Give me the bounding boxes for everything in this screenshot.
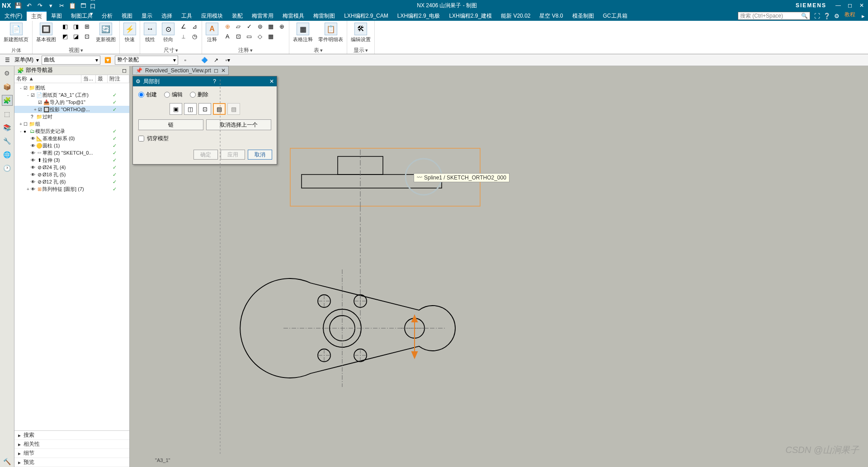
menu-item[interactable]: 主页 bbox=[27, 11, 47, 21]
annot-icon[interactable]: A bbox=[223, 32, 232, 41]
tree-row[interactable]: -☑📄图纸页 "A3_1" (工作)✓ bbox=[14, 91, 129, 99]
menu-item[interactable]: LXH编程2.9_CAM bbox=[340, 11, 392, 21]
new-sheet-button[interactable]: 📄新建图纸页 bbox=[3, 22, 29, 44]
window-icon[interactable]: 🗔 bbox=[79, 1, 87, 9]
menu-item[interactable]: 梅雷制图 bbox=[309, 11, 340, 21]
fullscreen-icon[interactable]: ⛶ bbox=[812, 11, 822, 21]
tree-row[interactable]: 👁📐基准坐标系 (0)✓ bbox=[14, 135, 129, 142]
annot-icon[interactable]: ▦ bbox=[266, 22, 275, 31]
snap-icon[interactable]: ↗ bbox=[212, 56, 221, 65]
undo-icon[interactable]: ↶ bbox=[25, 1, 33, 9]
annot-icon[interactable]: ⊕ bbox=[223, 22, 232, 31]
hammer-icon[interactable]: 🔨 bbox=[2, 456, 13, 467]
filter-select-2[interactable]: 整个装配▾ bbox=[115, 56, 178, 65]
dim-tool-icon[interactable]: ◷ bbox=[190, 32, 199, 41]
menu-icon[interactable]: ☰ bbox=[3, 56, 12, 65]
more-icon[interactable]: ▾ bbox=[47, 1, 55, 9]
linear-dim-button[interactable]: ↔线性 bbox=[143, 22, 157, 44]
menu-item[interactable]: 工具 bbox=[177, 11, 197, 21]
menu-item[interactable]: 梅雷模具 bbox=[278, 11, 309, 21]
menu-item[interactable]: 文件(F) bbox=[0, 11, 27, 21]
nav-section-detail[interactable]: ▸细节 bbox=[14, 449, 129, 458]
box-icon[interactable]: 📦 bbox=[2, 81, 13, 92]
tree-row[interactable]: -☑📁图纸 bbox=[14, 84, 129, 91]
annot-icon[interactable]: ▱ bbox=[234, 22, 243, 31]
tutorial-link[interactable]: 教程 bbox=[844, 11, 855, 21]
maximize-button[interactable]: ◻ bbox=[846, 2, 854, 9]
tree-row[interactable]: ?📁过时 bbox=[14, 113, 129, 120]
help-icon[interactable]: ❔ bbox=[822, 11, 832, 21]
copy-icon[interactable]: 📋 bbox=[68, 1, 76, 9]
tree-row[interactable]: +☑🔲投影 "ORTHO@...✓ bbox=[14, 106, 129, 113]
menu-item[interactable]: 应用模块 bbox=[197, 11, 227, 21]
dim-tool-icon[interactable]: ⟂ bbox=[179, 32, 188, 41]
snap-icon[interactable]: 🔷 bbox=[200, 56, 209, 65]
search-input[interactable]: 搜索 (Ctrl+Space)🔍 bbox=[738, 12, 810, 20]
menu-item[interactable]: 装配 bbox=[227, 11, 247, 21]
cube-icon[interactable]: ⬚ bbox=[2, 108, 13, 119]
nav-section-search[interactable]: ▸搜索 bbox=[14, 431, 129, 440]
tree-row[interactable]: 👁⊘Ø18 孔 (5)✓ bbox=[14, 171, 129, 178]
view-tool-icon[interactable]: ⊞ bbox=[82, 22, 91, 31]
view-tool-icon[interactable]: ◨ bbox=[71, 22, 80, 31]
nav-section-related[interactable]: ▸相关性 bbox=[14, 440, 129, 449]
annot-icon[interactable]: ⊚ bbox=[255, 22, 264, 31]
close-button[interactable]: ✕ bbox=[858, 2, 865, 9]
note-button[interactable]: A注释 bbox=[205, 22, 219, 44]
annot-icon[interactable]: ▦ bbox=[266, 32, 275, 41]
annot-icon[interactable]: ✓ bbox=[245, 22, 254, 31]
menu-label[interactable]: 菜单(M) bbox=[14, 56, 33, 64]
parts-list-button[interactable]: 📋零件明细表 bbox=[317, 22, 344, 44]
layer-icon[interactable]: 📚 bbox=[2, 122, 13, 133]
minimize-button[interactable]: — bbox=[835, 2, 842, 9]
tree-row[interactable]: 👁⊘Ø24 孔 (4)✓ bbox=[14, 164, 129, 171]
dim-tool-icon[interactable]: ⊿ bbox=[190, 22, 199, 31]
filter-opt-icon[interactable]: ▫ bbox=[181, 56, 190, 65]
menu-item[interactable]: 能新 V20.02 bbox=[496, 11, 535, 21]
tree-row[interactable]: ☑📥导入的 "Top@1"✓ bbox=[14, 99, 129, 106]
filter-icon[interactable]: 🔽 bbox=[103, 56, 112, 65]
update-view-button[interactable]: 🔄更新视图 bbox=[95, 22, 117, 44]
menu-item[interactable]: LXH编程2.9_电极 bbox=[393, 11, 445, 21]
tree-row[interactable]: 👁⬆拉伸 (3)✓ bbox=[14, 156, 129, 164]
annot-icon[interactable]: ⊡ bbox=[234, 32, 243, 41]
base-view-button[interactable]: 🔲基本视图 bbox=[35, 22, 57, 44]
menu-item[interactable]: LXH编程2.9_建模 bbox=[444, 11, 496, 21]
tree-row[interactable]: +☐📁组 bbox=[14, 120, 129, 127]
cut-icon[interactable]: ✂ bbox=[57, 1, 66, 9]
settings-icon[interactable]: ⚙ bbox=[832, 11, 842, 21]
tree-row[interactable]: +👁⊞阵列特征 [圆形] (7)✓ bbox=[14, 185, 129, 193]
view-tool-icon[interactable]: ⊡ bbox=[82, 32, 91, 41]
annot-icon[interactable]: ▭ bbox=[245, 32, 254, 41]
tree-row[interactable]: 👁⊘Ø12 孔 (6)✓ bbox=[14, 178, 129, 185]
quick-button[interactable]: ⚡快速 bbox=[123, 22, 137, 44]
panel-close-icon[interactable]: ◻ bbox=[122, 67, 127, 74]
annot-icon[interactable]: ⊕ bbox=[277, 22, 286, 31]
menu-item[interactable]: 模圣制图 bbox=[568, 11, 599, 21]
tree-row[interactable]: -●🗂模型历史记录✓ bbox=[14, 127, 129, 135]
menu-item[interactable]: 梅雷常用 bbox=[247, 11, 278, 21]
menu-item[interactable]: 分析 bbox=[97, 11, 117, 21]
annot-icon[interactable]: ◇ bbox=[255, 32, 264, 41]
nav-icon[interactable]: ▸ bbox=[858, 11, 868, 21]
tool-icon[interactable]: 🔧 bbox=[2, 136, 13, 146]
view-tool-icon[interactable]: ◩ bbox=[61, 32, 70, 41]
tree-row[interactable]: 👁✏草图 (2) "SKETCH_0...✓ bbox=[14, 149, 129, 156]
radial-dim-button[interactable]: ⊙径向 bbox=[161, 22, 175, 44]
menu-item[interactable]: GC工具箱 bbox=[599, 11, 632, 21]
dim-tool-icon[interactable]: ∠ bbox=[179, 22, 188, 31]
view-tool-icon[interactable]: ◪ bbox=[71, 32, 80, 41]
save-icon[interactable]: 💾 bbox=[14, 1, 22, 9]
menu-item[interactable]: 草图 bbox=[47, 11, 66, 21]
settings-icon[interactable]: ⚙ bbox=[2, 68, 13, 79]
view-tool-icon[interactable]: ◧ bbox=[61, 22, 70, 31]
nav-tree[interactable]: -☑📁图纸-☑📄图纸页 "A3_1" (工作)✓☑📥导入的 "Top@1"✓+☑… bbox=[14, 83, 129, 430]
edit-settings-button[interactable]: 🛠编辑设置 bbox=[350, 22, 372, 44]
snap-icon[interactable]: ▫▾ bbox=[223, 56, 232, 65]
nav-section-preview[interactable]: ▸预览 bbox=[14, 458, 129, 467]
browser-icon[interactable]: 🌐 bbox=[2, 149, 13, 160]
window-menu-icon[interactable]: 窗口▾ bbox=[90, 1, 98, 9]
redo-icon[interactable]: ↷ bbox=[36, 1, 44, 9]
table-note-button[interactable]: ▦表格注释 bbox=[292, 22, 314, 44]
menu-item[interactable]: 制图工具 bbox=[66, 11, 97, 21]
